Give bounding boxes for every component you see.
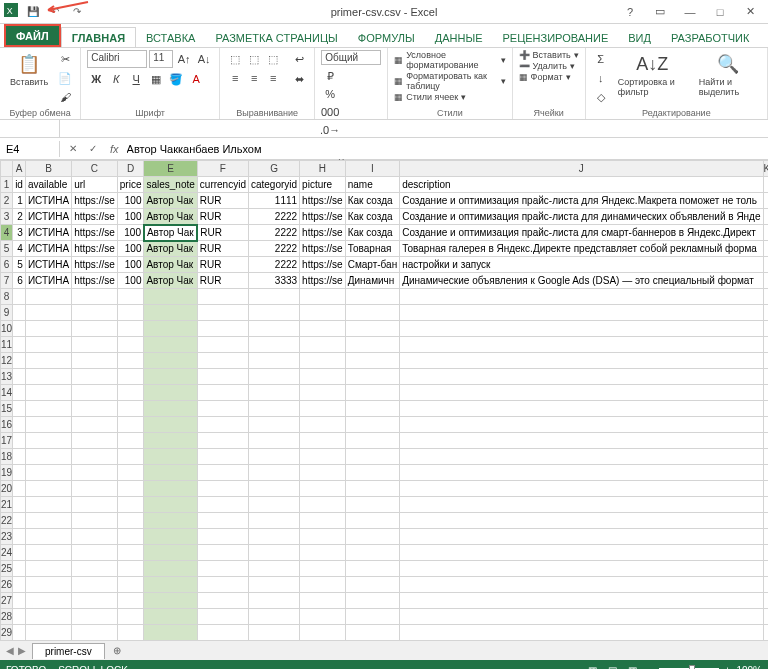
row-header[interactable]: 26 [1, 577, 13, 593]
cell[interactable] [345, 337, 400, 353]
format-as-table-button[interactable]: ▦Форматировать как таблицу ▾ [394, 71, 505, 91]
tab-view[interactable]: ВИД [618, 28, 661, 47]
row-header[interactable]: 8 [1, 289, 13, 305]
copy-icon[interactable]: 📄 [56, 69, 74, 87]
cell[interactable]: https://se [72, 257, 118, 273]
cell[interactable] [197, 545, 248, 561]
currency-icon[interactable]: ₽ [321, 67, 339, 85]
close-icon[interactable]: ✕ [736, 3, 764, 21]
cell[interactable] [248, 305, 299, 321]
row-header[interactable]: 28 [1, 609, 13, 625]
cell[interactable] [13, 465, 26, 481]
increase-font-icon[interactable]: A↑ [175, 50, 193, 68]
insert-cells-button[interactable]: ➕Вставить ▾ [519, 50, 579, 60]
cell[interactable] [763, 417, 768, 433]
cell[interactable]: Автор Чак [144, 257, 197, 273]
wrap-text-icon[interactable]: ↩ [290, 50, 308, 68]
cell[interactable] [345, 305, 400, 321]
cell[interactable]: Автор Чак [144, 225, 197, 241]
tab-data[interactable]: ДАННЫЕ [425, 28, 493, 47]
cell[interactable] [72, 625, 118, 641]
row-header[interactable]: 10 [1, 321, 13, 337]
cell[interactable]: Автор Чак [144, 241, 197, 257]
font-size-select[interactable]: 11 [149, 50, 173, 68]
cell[interactable]: https://se [300, 257, 346, 273]
cell[interactable] [72, 513, 118, 529]
cell[interactable] [763, 305, 768, 321]
cell[interactable]: https://se [300, 241, 346, 257]
cell[interactable] [763, 497, 768, 513]
cell[interactable]: Автор Чак [144, 209, 197, 225]
view-page-layout-icon[interactable]: ▤ [604, 665, 621, 670]
tab-home[interactable]: ГЛАВНАЯ [61, 27, 136, 47]
cell[interactable]: ИСТИНА [25, 209, 71, 225]
cell[interactable] [400, 625, 763, 641]
row-header[interactable]: 21 [1, 497, 13, 513]
cell[interactable]: available [25, 177, 71, 193]
cell[interactable] [197, 305, 248, 321]
cell[interactable]: RUR [197, 241, 248, 257]
row-header[interactable]: 9 [1, 305, 13, 321]
cell[interactable] [144, 289, 197, 305]
cell[interactable] [72, 529, 118, 545]
fill-icon[interactable]: ↓ [592, 69, 610, 87]
row-header[interactable]: 6 [1, 257, 13, 273]
cell[interactable] [117, 609, 144, 625]
cell[interactable] [117, 305, 144, 321]
cell[interactable] [25, 577, 71, 593]
cell[interactable] [25, 401, 71, 417]
cell[interactable] [13, 625, 26, 641]
cell[interactable] [144, 481, 197, 497]
cell[interactable] [300, 417, 346, 433]
cell[interactable]: price [117, 177, 144, 193]
cell[interactable]: name [345, 177, 400, 193]
cell[interactable] [300, 593, 346, 609]
cell[interactable] [197, 481, 248, 497]
cell[interactable] [13, 289, 26, 305]
cell[interactable] [248, 401, 299, 417]
cell[interactable] [763, 369, 768, 385]
cell[interactable] [13, 545, 26, 561]
zoom-out-button[interactable]: − [647, 665, 653, 670]
cell[interactable] [197, 321, 248, 337]
cell[interactable] [400, 609, 763, 625]
row-header[interactable]: 18 [1, 449, 13, 465]
cell[interactable] [72, 481, 118, 497]
cell[interactable] [25, 481, 71, 497]
cell[interactable]: Как созда [345, 209, 400, 225]
cell[interactable] [13, 449, 26, 465]
col-header-A[interactable]: A [13, 161, 26, 177]
cell[interactable] [763, 273, 768, 289]
cell[interactable] [300, 545, 346, 561]
cell[interactable] [248, 369, 299, 385]
cell[interactable] [763, 177, 768, 193]
cell[interactable] [197, 609, 248, 625]
cell[interactable]: 2 [13, 209, 26, 225]
cell[interactable] [345, 593, 400, 609]
cell[interactable] [400, 513, 763, 529]
cell[interactable]: Динамические объявления к Google Ads (DS… [400, 273, 763, 289]
cell[interactable]: 1 [13, 193, 26, 209]
row-header[interactable]: 1 [1, 177, 13, 193]
cell[interactable] [400, 529, 763, 545]
align-center-icon[interactable]: ≡ [245, 69, 263, 87]
cell[interactable] [300, 465, 346, 481]
cell[interactable] [144, 529, 197, 545]
align-top-icon[interactable]: ⬚ [226, 50, 244, 68]
sheet-nav-prev-icon[interactable]: ◀ [6, 645, 14, 656]
cell[interactable]: 2222 [248, 209, 299, 225]
cell[interactable] [117, 545, 144, 561]
minimize-icon[interactable]: — [676, 3, 704, 21]
cell[interactable] [13, 513, 26, 529]
cell[interactable]: 5 [13, 257, 26, 273]
cell[interactable] [13, 593, 26, 609]
cell[interactable] [345, 321, 400, 337]
cell[interactable] [197, 513, 248, 529]
cell[interactable]: picture [300, 177, 346, 193]
cell[interactable] [25, 369, 71, 385]
cell[interactable] [25, 561, 71, 577]
cell[interactable] [13, 321, 26, 337]
cell[interactable] [25, 337, 71, 353]
cell[interactable] [144, 305, 197, 321]
cell[interactable] [300, 321, 346, 337]
